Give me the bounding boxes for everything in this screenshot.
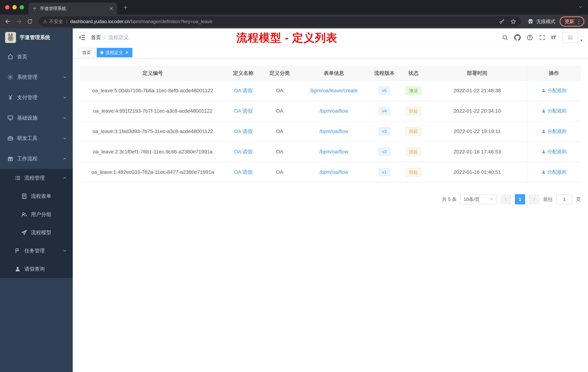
chevron-up-icon [63,156,67,161]
breadcrumb-home[interactable]: 首页 [91,34,101,41]
breadcrumb-current: 流程定义 [108,34,129,41]
page-size-select[interactable]: 10条/页 ▼ [460,194,497,204]
sidebar-item-process-form[interactable]: 流程表单 [0,187,73,205]
col-action: 操作 [527,66,581,80]
definition-name-link[interactable]: OA 请假 [234,149,253,154]
form-link[interactable]: /bpm/oa/leave/create [310,88,358,93]
toolbox-icon [7,135,13,142]
minimize-window-button[interactable] [12,5,17,10]
sidebar-item-payment[interactable]: 支付管理 [0,87,73,108]
sidebar-logo[interactable]: 芋道管理系统 [0,28,73,47]
address-bar[interactable]: ⚠ 不安全 | dashboard.yudao.iocoder.cn/bpm/m… [39,16,521,27]
tag-process-definition[interactable]: 流程定义 ✕ [97,48,132,57]
sidebar-item-home[interactable]: 首页 [0,47,73,67]
zoom-window-button[interactable] [20,5,24,10]
version-tag: v2 [378,148,390,156]
kebab-menu-icon[interactable]: ⋮ [576,19,581,25]
status-tag: 激活 [405,86,421,95]
status-tag: 挂起 [405,147,421,156]
avatar-caret-icon[interactable]: ▾ [580,38,582,43]
table-header-row: 定义编号 定义名称 定义分类 表单信息 流程版本 状态 部署时间 操作 [80,66,581,80]
next-page-button[interactable] [529,194,540,204]
browser-update-menu[interactable]: 更新 ⋮ [560,16,584,27]
table-row: oa_leave:5:004b710b-7b8a-11ec-8ef0-acde4… [80,80,581,101]
tab-close-icon[interactable]: ✕ [109,6,114,12]
new-tab-button[interactable]: ＋ [122,3,129,12]
chevron-down-icon [63,249,67,253]
sidebar-item-leave-query[interactable]: 请假查询 [0,260,73,278]
sidebar-item-process-management[interactable]: 流程管理 [0,169,73,187]
font-size-icon[interactable]: tT [551,34,556,41]
chevron-up-icon [63,176,67,180]
sidebar: 芋道管理系统 首页 系统管理 支付管理 基础设施 [0,28,73,372]
cell-definition-id: oa_leave:2:3c1f0ef1-76b1-11ec-9c66-a2380… [80,142,225,162]
window-controls[interactable] [5,5,24,10]
security-warning[interactable]: ⚠ 不安全 [43,18,63,25]
help-icon[interactable] [526,34,533,41]
form-link[interactable]: /bpm/oa/flow [319,108,348,114]
assign-rule-link[interactable]: 分配规则 [541,87,567,94]
table-row: oa_leave:1:482ec033-762a-11ec-8477-a2380… [80,162,581,182]
col-definition-id: 定义编号 [80,66,225,80]
github-icon[interactable] [514,34,521,41]
assign-rule-link[interactable]: 分配规则 [541,169,567,175]
browser-tab[interactable]: 芋道管理系统 ✕ [28,2,117,15]
definition-name-link[interactable]: OA 请假 [234,129,253,134]
assign-rule-link[interactable]: 分配规则 [541,128,567,134]
sidebar-item-task-management[interactable]: 任务管理 [0,242,73,260]
reload-button[interactable] [25,17,34,26]
cell-definition-id: oa_leave:1:482ec033-762a-11ec-8477-a2380… [80,162,225,182]
fullscreen-icon[interactable] [539,34,546,41]
sidebar-item-process-model[interactable]: 流程模型 [0,223,73,242]
favicon-icon [32,6,37,11]
cell-deploy-time: 2022-01-16 17:46:53 [428,142,527,162]
breadcrumb: 首页 / 流程定义 [91,34,129,41]
definition-name-link[interactable]: OA 请假 [234,88,253,93]
sidebar-item-user-group[interactable]: 用户分组 [0,205,73,223]
definition-name-link[interactable]: OA 请假 [234,169,253,175]
list-icon [15,175,21,181]
col-process-version: 流程版本 [369,66,399,80]
assign-rule-link[interactable]: 分配规则 [541,108,567,114]
person-icon [541,129,546,133]
prev-page-button[interactable] [500,194,511,204]
pagination: 共 5 条 10条/页 ▼ 1 前往 页 [80,194,581,204]
paper-plane-icon [21,230,27,236]
form-link[interactable]: /bpm/oa/flow [319,169,348,175]
back-button[interactable] [4,17,12,26]
chevron-down-icon [63,95,67,100]
close-window-button[interactable] [5,5,10,10]
bookmark-star-icon[interactable] [510,18,516,25]
incognito-badge: 无痕模式 [527,18,555,25]
sidebar-item-system[interactable]: 系统管理 [0,67,73,87]
goto-page-input[interactable] [556,194,572,204]
sidebar-item-workflow[interactable]: 工作流程 [0,149,73,169]
cell-category: OA [261,162,298,182]
sidebar-fold-icon[interactable] [79,34,86,41]
assign-rule-link[interactable]: 分配规则 [541,149,567,155]
workflow-submenu: 流程管理 流程表单 用户分组 流程模型 任务管理 [0,169,73,278]
tab-search-chevron-icon[interactable] [578,4,583,10]
cell-deploy-time: 2022-01-22 21:48:38 [428,80,527,101]
forward-button[interactable] [15,17,23,26]
workflow-icon [7,156,13,162]
tag-close-icon[interactable]: ✕ [125,50,129,55]
person-icon [541,88,546,93]
cell-deploy-time: 2022-01-22 19:19:11 [428,121,527,142]
cell-deploy-time: 2022-01-16 01:40:51 [428,162,527,182]
sidebar-item-devtools[interactable]: 研发工具 [0,128,73,149]
person-icon [541,170,546,174]
version-tag: v1 [378,168,390,176]
person-icon [541,109,546,113]
definition-name-link[interactable]: OA 请假 [234,108,253,114]
form-link[interactable]: /bpm/oa/flow [319,149,348,154]
sidebar-item-infrastructure[interactable]: 基础设施 [0,108,73,128]
tag-home[interactable]: 首页 [79,48,94,57]
chevron-down-icon [63,136,67,141]
form-link[interactable]: /bpm/oa/flow [319,129,348,134]
col-definition-category: 定义分类 [261,66,298,80]
user-avatar[interactable] [562,32,578,43]
search-icon[interactable] [502,34,508,41]
password-key-icon[interactable] [499,18,505,25]
page-number-button[interactable]: 1 [515,194,525,204]
